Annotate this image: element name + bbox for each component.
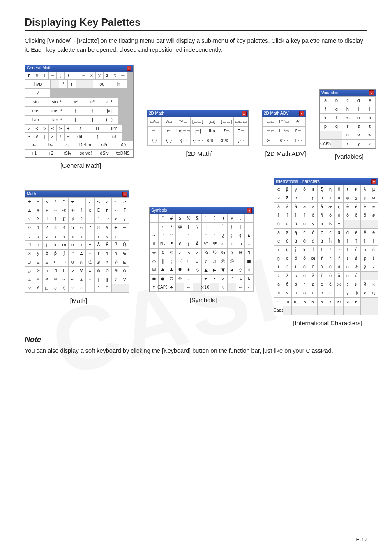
- close-icon[interactable]: ×: [247, 208, 252, 213]
- key-button[interactable]: о: [300, 289, 309, 297]
- key-button[interactable]: £: [245, 231, 253, 240]
- key-button[interactable]: ȳ: [34, 250, 42, 258]
- key-button[interactable]: ¥: [150, 240, 158, 248]
- key-button[interactable]: ì: [274, 211, 283, 220]
- key-button[interactable]: ∞: [112, 206, 120, 215]
- key-button[interactable]: ∞: [49, 72, 56, 79]
- key-button[interactable]: +2: [42, 150, 59, 157]
- key-button[interactable]: ć: [300, 229, 309, 237]
- key-button[interactable]: \: [193, 223, 201, 231]
- key-button[interactable]: ◦: [86, 250, 94, 258]
- key-button[interactable]: %: [184, 214, 193, 222]
- key-button[interactable]: √: [25, 89, 50, 97]
- key-button[interactable]: з: [344, 280, 352, 289]
- key-button[interactable]: å: [318, 203, 326, 211]
- key-button[interactable]: ○: [236, 266, 244, 274]
- key-button[interactable]: ǖ: [344, 272, 352, 280]
- key-button[interactable]: ∪: [69, 258, 77, 266]
- key-button[interactable]: ĵ: [292, 246, 300, 254]
- key-button[interactable]: ż: [274, 272, 283, 280]
- key-button[interactable]: nCr: [113, 141, 133, 149]
- key-button[interactable]: є: [352, 298, 360, 306]
- key-button[interactable]: ₄: [60, 232, 68, 240]
- key-button[interactable]: ü: [300, 220, 309, 228]
- key-button[interactable]: °C: [202, 240, 210, 248]
- key-button[interactable]: ¿: [219, 231, 227, 240]
- key-button[interactable]: ?: [167, 223, 175, 231]
- key-button[interactable]: §: [228, 249, 236, 257]
- key-button[interactable]: š: [369, 254, 378, 263]
- key-button[interactable]: ю: [335, 298, 343, 306]
- key-button[interactable]: x̄: [112, 215, 120, 223]
- key-button[interactable]: °: [69, 250, 77, 258]
- key-button[interactable]: õ: [352, 211, 360, 220]
- key-button[interactable]: {▭▭: [191, 136, 205, 145]
- key-button[interactable]: ♢: [219, 283, 227, 291]
- key-button[interactable]: ʼ: [95, 215, 103, 223]
- key-button[interactable]: dSlv: [96, 150, 113, 157]
- key-button[interactable]: ι: [344, 185, 352, 194]
- key-button[interactable]: bₙ: [42, 141, 59, 149]
- palette-international-characters[interactable]: International Characters × αβγδεζηθικλμν…: [274, 178, 378, 315]
- key-button[interactable]: ♫: [210, 257, 219, 266]
- key-button[interactable]: •: [25, 133, 33, 141]
- key-button[interactable]: [320, 131, 331, 139]
- key-button[interactable]: ♠: [167, 283, 175, 291]
- key-button[interactable]: @: [176, 223, 184, 231]
- key-button[interactable]: [352, 306, 360, 314]
- key-button[interactable]: [292, 306, 300, 314]
- key-button[interactable]: π: [300, 194, 309, 202]
- key-button[interactable]: я: [344, 298, 352, 306]
- key-button[interactable]: ŋ: [274, 254, 283, 263]
- key-button[interactable]: ↭: [69, 275, 77, 284]
- key-button[interactable]: ]: [84, 116, 101, 124]
- key-button[interactable]: ċ: [318, 229, 326, 237]
- key-button[interactable]: Σ: [72, 125, 89, 132]
- key-button[interactable]: sin⁻¹: [46, 98, 67, 106]
- key-button[interactable]: ∠: [49, 133, 56, 141]
- key-button[interactable]: l: [331, 114, 342, 122]
- key-button[interactable]: á: [283, 203, 291, 211]
- key-button[interactable]: 1: [34, 224, 42, 232]
- key-button[interactable]: ≤: [49, 125, 56, 132]
- key-button[interactable]: ₃: [51, 232, 60, 240]
- key-button[interactable]: ♦: [184, 266, 193, 274]
- key-button[interactable]: ⇐: [184, 283, 193, 291]
- key-button[interactable]: ⊗: [112, 267, 120, 275]
- key-button[interactable]: ζ: [318, 185, 326, 194]
- key-button[interactable]: •: [210, 275, 219, 283]
- key-button[interactable]: m: [60, 241, 68, 249]
- key-button[interactable]: 3: [51, 224, 60, 232]
- key-button[interactable]: −: [65, 133, 72, 141]
- key-button[interactable]: d: [353, 97, 364, 105]
- key-button[interactable]: diff: [72, 133, 89, 141]
- key-button[interactable]: ': [202, 214, 210, 222]
- key-button[interactable]: h: [342, 105, 353, 113]
- key-button[interactable]: ↳: [245, 275, 253, 283]
- key-button[interactable]: eˣ: [84, 98, 101, 106]
- key-button[interactable]: &: [193, 214, 201, 222]
- key-button[interactable]: 〈: [176, 257, 184, 266]
- key-button[interactable]: x̄: [25, 250, 34, 258]
- key-button[interactable]: ≅: [51, 275, 60, 284]
- key-button[interactable]: δ▭: [263, 136, 277, 145]
- key-button[interactable]: χ: [352, 194, 360, 202]
- key-button[interactable]: ŗ: [326, 254, 334, 263]
- key-button[interactable]: ,: [72, 72, 80, 79]
- key-button[interactable]: <: [95, 198, 103, 206]
- key-button[interactable]: ơ: [292, 272, 300, 280]
- key-button[interactable]: ‘: [184, 231, 193, 240]
- key-button[interactable]: ∌: [95, 258, 103, 266]
- key-button[interactable]: ●: [159, 275, 167, 283]
- key-button[interactable]: ź: [369, 263, 378, 271]
- key-button[interactable]: ₣: [167, 240, 175, 248]
- key-button[interactable]: ∉: [86, 258, 94, 266]
- key-button[interactable]: к: [369, 280, 378, 289]
- key-button[interactable]: ø: [369, 211, 378, 220]
- key-button[interactable]: ₉: [103, 232, 111, 240]
- key-button[interactable]: i: [353, 105, 364, 113]
- key-button[interactable]: [352, 220, 360, 228]
- key-button[interactable]: à: [274, 203, 283, 211]
- key-button[interactable]: ⁿ√▭: [176, 117, 190, 126]
- key-button[interactable]: □: [236, 257, 244, 266]
